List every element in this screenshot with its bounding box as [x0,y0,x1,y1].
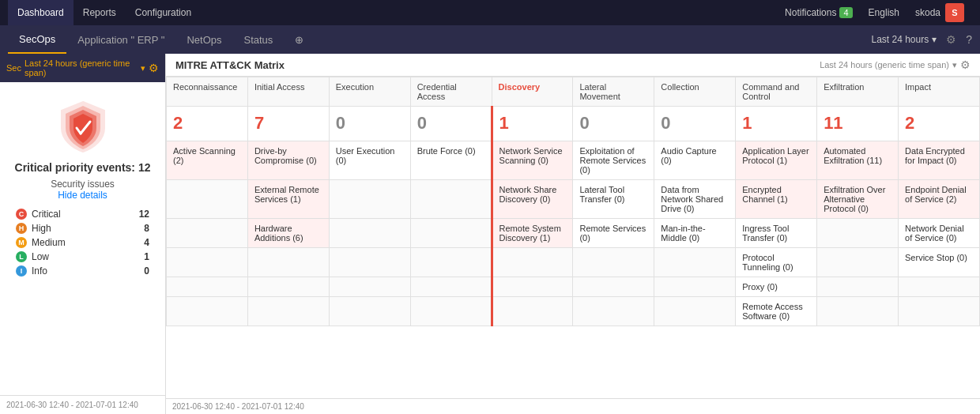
severity-dot-low: L [16,251,27,262]
matrix-cell-0-1: Drive-by Compromise (0) [247,141,329,180]
settings-icon[interactable] [946,33,956,46]
nav-netops[interactable]: NetOps [175,25,232,54]
cell-item: Drive-by Compromise (0) [254,146,322,165]
cell-item: User Execution (0) [336,146,404,165]
cell-item: Remote Access Software (0) [742,302,810,321]
header-prefix: Sec [6,63,21,73]
top-nav-bar: Dashboard Reports Configuration Notifica… [0,0,980,25]
matrix-row-2: Hardware Additions (6)Remote System Disc… [167,219,980,248]
col-header-impact: Impact [899,77,980,107]
matrix-time-chevron: ▾ [952,60,957,70]
help-icon[interactable] [966,33,972,46]
severity-dot-medium: M [16,237,27,248]
severity-count-high: 8 [144,223,149,234]
col-header-command-and-control: Command and Control [736,77,817,107]
cell-item: Man-in-the-Middle (0) [661,224,729,243]
cell-item: Exploitation of Remote Services (0) [579,146,647,175]
time-range-selector[interactable]: Last 24 hours ▾ [871,34,937,45]
nav-add[interactable]: ⊕ [284,25,315,54]
col-header-collection: Collection [654,77,736,107]
matrix-cell-3-5 [573,248,654,277]
matrix-cell-2-5: Remote Services (0) [573,219,654,248]
matrix-cell-0-2: User Execution (0) [329,141,410,180]
cell-item: Ingress Tool Transfer (0) [742,224,810,243]
left-panel-header: SecLast 24 hours (generic time span) ▾ [0,54,165,82]
matrix-cell-3-1 [247,248,329,277]
severity-dot-critical: C [16,209,27,220]
nav-secops[interactable]: SecOps [8,25,66,54]
matrix-cell-3-3 [410,248,492,277]
count-cell-3: 0 [410,107,492,141]
matrix-cell-1-2 [329,180,410,219]
count-cell-8: 11 [817,107,899,141]
cell-item: Lateral Tool Transfer (0) [579,185,647,204]
col-header-execution: Execution [329,77,410,107]
matrix-cell-5-7: Remote Access Software (0) [736,297,817,326]
header-time: Last 24 hours (generic time span) [24,58,138,77]
cell-item: Encrypted Channel (1) [742,185,810,204]
col-header-initial-access: Initial Access [247,77,329,107]
severity-label-info: Info [32,265,139,277]
nav-dashboard[interactable]: Dashboard [8,0,74,25]
matrix-cell-4-0 [167,277,248,297]
matrix-cell-1-3 [410,180,492,219]
severity-dot-info: I [16,265,27,277]
right-panel: MITRE ATT&CK Matrix Last 24 hours (gener… [166,54,980,414]
cell-item: Automated Exfiltration (11) [824,146,891,165]
matrix-cell-2-9: Network Denial of Service (0) [899,219,980,248]
matrix-cell-3-4 [492,248,573,277]
col-header-reconnaissance: Reconnaissance [167,77,248,107]
matrix-cell-0-0: Active Scanning (2) [167,141,248,180]
severity-label-critical: Critical [32,209,134,220]
matrix-cell-5-5 [573,297,654,326]
col-header-lateral-movement: Lateral Movement [573,77,654,107]
left-panel-footer: 2021-06-30 12:40 - 2021-07-01 12:40 [0,395,165,414]
cell-item: Proxy (0) [742,282,810,292]
notifications-badge: 4 [839,7,852,18]
matrix-cell-4-6 [654,277,736,297]
matrix-count-row: 27001001112 [167,107,980,141]
matrix-cell-4-3 [410,277,492,297]
cell-item: Active Scanning (2) [173,146,241,165]
cell-item: Application Layer Protocol (1) [742,146,810,165]
matrix-cell-2-0 [167,219,248,248]
cell-item: Brute Force (0) [417,146,484,156]
user-menu[interactable]: skoda S [907,3,972,22]
matrix-gear-icon[interactable] [960,58,971,71]
matrix-time-label: Last 24 hours (generic time span) [820,60,949,70]
nav-configuration[interactable]: Configuration [126,0,201,25]
notifications-area[interactable]: Notifications 4 [777,7,861,18]
matrix-cell-1-7: Encrypted Channel (1) [736,180,817,219]
severity-item-medium: M Medium 4 [16,237,149,248]
matrix-cell-2-1: Hardware Additions (6) [247,219,329,248]
matrix-cell-1-6: Data from Network Shared Drive (0) [654,180,736,219]
severity-dot-high: H [16,223,27,234]
matrix-cell-3-9: Service Stop (0) [899,248,980,277]
matrix-header: MITRE ATT&CK Matrix Last 24 hours (gener… [166,54,980,77]
matrix-body: 27001001112Active Scanning (2)Drive-by C… [167,107,980,326]
matrix-row-3: Protocol Tunneling (0)Service Stop (0) [167,248,980,277]
nav-app-erp[interactable]: Application " ERP " [66,25,175,54]
matrix-cell-4-4 [492,277,573,297]
matrix-cell-5-0 [167,297,248,326]
matrix-cell-2-2 [329,219,410,248]
critical-events-title: Critical priority events: 12 [15,161,151,174]
matrix-cell-4-2 [329,277,410,297]
matrix-row-0: Active Scanning (2)Drive-by Compromise (… [167,141,980,180]
count-cell-7: 1 [736,107,817,141]
matrix-cell-5-1 [247,297,329,326]
cell-item: Data from Network Shared Drive (0) [661,185,729,213]
nav-status[interactable]: Status [233,25,285,54]
cell-item: Network Service Scanning (0) [499,146,567,165]
nav-right-controls: Last 24 hours ▾ [871,33,972,46]
cell-item: Network Denial of Service (0) [905,224,973,243]
language-selector[interactable]: English [861,7,907,18]
matrix-cell-2-8 [817,219,899,248]
notifications-label: Notifications [785,7,836,18]
left-panel-gear[interactable] [149,62,159,74]
matrix-cell-1-8: Exfiltration Over Alternative Protocol (… [817,180,899,219]
nav-reports[interactable]: Reports [74,0,126,25]
matrix-cell-1-9: Endpoint Denial of Service (2) [899,180,980,219]
matrix-row-1: External Remote Services (1)Network Shar… [167,180,980,219]
hide-details-link[interactable]: Hide details [58,190,107,201]
